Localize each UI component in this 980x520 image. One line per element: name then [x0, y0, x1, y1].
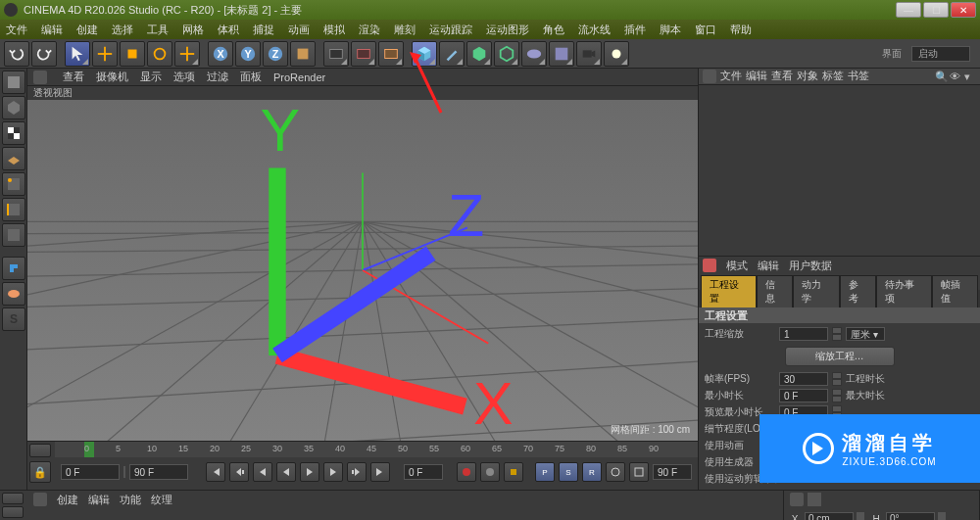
- viewmenu-display[interactable]: 显示: [140, 70, 162, 84]
- menu-select[interactable]: 选择: [112, 23, 133, 37]
- eye-icon[interactable]: 👁: [950, 71, 961, 82]
- lastused-tool[interactable]: [174, 41, 200, 67]
- timeline-end-field[interactable]: 90 F: [129, 464, 188, 480]
- matmenu-create[interactable]: 创建: [57, 493, 78, 507]
- generator-button[interactable]: [466, 41, 492, 67]
- camera-button[interactable]: [576, 41, 602, 67]
- menu-mesh[interactable]: 网格: [182, 23, 204, 37]
- timeline-range-slider[interactable]: [123, 466, 125, 478]
- current-frame-field[interactable]: 0 F: [404, 464, 443, 480]
- coord-h-value[interactable]: 0°: [886, 512, 935, 520]
- play-back-button[interactable]: [276, 462, 296, 482]
- object-tree[interactable]: [699, 85, 980, 257]
- menu-volume[interactable]: 体积: [218, 23, 239, 37]
- model-mode-button[interactable]: [2, 71, 25, 94]
- record-button[interactable]: [457, 462, 476, 482]
- key-param-button[interactable]: [606, 462, 625, 482]
- menu-help[interactable]: 帮助: [730, 23, 752, 37]
- scale-unit-select[interactable]: 厘米 ▾: [846, 327, 885, 341]
- menu-tracker[interactable]: 运动跟踪: [429, 23, 472, 37]
- undo-button[interactable]: [4, 41, 29, 67]
- panel-grip-icon[interactable]: [703, 70, 716, 83]
- menu-mograph[interactable]: 运动图形: [486, 23, 529, 37]
- rotate-tool[interactable]: [147, 41, 172, 67]
- axis-z-button[interactable]: Z: [263, 41, 288, 67]
- menu-pipeline[interactable]: 流水线: [578, 23, 611, 37]
- scale-tool[interactable]: [120, 41, 145, 67]
- viewmenu-panel[interactable]: 面板: [240, 70, 262, 84]
- axis-y-button[interactable]: Y: [235, 41, 261, 67]
- tab-referencing[interactable]: 参考: [840, 275, 876, 307]
- environment-button[interactable]: [521, 41, 547, 67]
- search-icon[interactable]: 🔍: [935, 71, 947, 82]
- timeline-lock-button[interactable]: 🔒: [29, 461, 51, 483]
- fields-button[interactable]: [549, 41, 574, 67]
- objmenu-edit[interactable]: 编辑: [746, 69, 767, 83]
- coord-grip2-icon[interactable]: [808, 493, 821, 506]
- key-scale-button[interactable]: S: [559, 462, 578, 482]
- object-mode-button[interactable]: [2, 96, 25, 119]
- workplane-button[interactable]: [2, 147, 25, 170]
- axis-x-button[interactable]: X: [208, 41, 233, 67]
- menu-sculpt[interactable]: 雕刻: [394, 23, 416, 37]
- matmenu-edit[interactable]: 编辑: [88, 493, 110, 507]
- menu-tools[interactable]: 工具: [147, 23, 169, 37]
- coord-grip-icon[interactable]: [790, 493, 804, 506]
- mintime-value[interactable]: 0 F: [779, 389, 828, 402]
- timeline-end2-field[interactable]: 90 F: [653, 464, 692, 480]
- render-settings-button[interactable]: [378, 41, 404, 67]
- render-region-button[interactable]: [351, 41, 376, 67]
- viewport-grip-icon[interactable]: [33, 71, 47, 84]
- menu-plugins[interactable]: 插件: [624, 23, 646, 37]
- coord-x-spinner[interactable]: [857, 512, 864, 520]
- mintime-spinner[interactable]: [832, 389, 842, 402]
- timeline-ruler[interactable]: 0 5 10 15 20 25 30 35 40 45 50 55 60 65 …: [55, 442, 698, 457]
- mat-grip-icon[interactable]: [33, 493, 47, 506]
- coord-x-value[interactable]: 0 cm: [805, 512, 854, 520]
- objmenu-file[interactable]: 文件: [720, 69, 742, 83]
- key-pla-button[interactable]: [629, 462, 649, 482]
- fps-value[interactable]: 30: [779, 372, 828, 386]
- fps-spinner[interactable]: [832, 372, 842, 386]
- menu-character[interactable]: 角色: [543, 23, 564, 37]
- timeline-tool-a[interactable]: [29, 444, 51, 457]
- select-tool[interactable]: [65, 41, 90, 67]
- matmenu-function[interactable]: 功能: [120, 493, 141, 507]
- poly-mode-button[interactable]: [2, 223, 25, 247]
- menu-render[interactable]: 渲染: [359, 23, 380, 37]
- menu-snap[interactable]: 捕捉: [253, 23, 274, 37]
- menu-create[interactable]: 创建: [76, 23, 98, 37]
- menu-script[interactable]: 脚本: [660, 23, 681, 37]
- coord-system-button[interactable]: [290, 41, 316, 67]
- maximize-button[interactable]: ☐: [923, 2, 949, 18]
- redo-button[interactable]: [31, 41, 57, 67]
- prev-frame-button[interactable]: [253, 462, 272, 482]
- autokey-button[interactable]: [480, 462, 500, 482]
- attr-grip-icon[interactable]: [703, 259, 716, 272]
- filter-icon[interactable]: ▾: [964, 71, 976, 82]
- goto-end-button[interactable]: [370, 462, 390, 482]
- menu-animate[interactable]: 动画: [288, 23, 310, 37]
- soft-select-button[interactable]: [2, 282, 25, 306]
- key-pos-button[interactable]: P: [535, 462, 555, 482]
- minimize-button[interactable]: —: [896, 2, 921, 18]
- primitive-cube-button[interactable]: [412, 41, 437, 67]
- attmenu-userdata[interactable]: 用户数据: [789, 259, 832, 273]
- menu-simulate[interactable]: 模拟: [323, 23, 345, 37]
- viewmenu-prorender[interactable]: ProRender: [273, 71, 325, 83]
- objmenu-view[interactable]: 查看: [771, 69, 793, 83]
- viewmenu-view[interactable]: 查看: [63, 70, 84, 84]
- menu-file[interactable]: 文件: [6, 23, 27, 37]
- scale-value[interactable]: 1: [779, 327, 828, 341]
- objmenu-tags[interactable]: 标签: [822, 69, 844, 83]
- mat-tool-b[interactable]: [2, 506, 24, 518]
- deformer-button[interactable]: [494, 41, 519, 67]
- goto-start-button[interactable]: [206, 462, 225, 482]
- key-rot-button[interactable]: R: [582, 462, 602, 482]
- play-button[interactable]: [300, 462, 319, 482]
- coord-h-spinner[interactable]: [938, 512, 946, 520]
- point-mode-button[interactable]: [2, 172, 25, 196]
- attmenu-edit[interactable]: 编辑: [758, 259, 779, 273]
- render-view-button[interactable]: [323, 41, 349, 67]
- next-key-button[interactable]: [347, 462, 367, 482]
